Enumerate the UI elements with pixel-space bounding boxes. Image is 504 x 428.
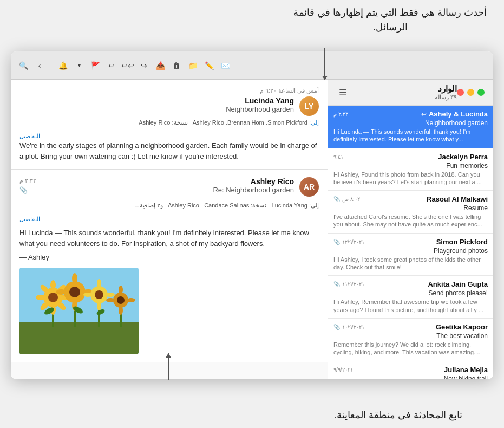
list-item[interactable]: 📎 ١١/٩/٢٠٢١ Ankita Jain Gupta Send photo… xyxy=(328,276,493,319)
dropdown-icon[interactable]: ▾ xyxy=(73,60,85,72)
li-sender: Jackelyn Perra xyxy=(438,153,488,161)
bottom-annotation-text: تابع المحادثة في منطقة المعاينة. xyxy=(334,410,462,420)
list-item[interactable]: ٩/٩/٢٠٢١ Juliana Mejia New hiking trail … xyxy=(328,361,493,379)
li-left: ٢:٣٣ م xyxy=(333,111,348,117)
content-area: أمس في الساعة ٦:٢٠ م Lucinda Yang Neighb… xyxy=(11,80,493,379)
msg1-subject: Neighborhood garden xyxy=(19,105,294,113)
msg1-sender: Lucinda Yang xyxy=(19,96,294,105)
list-item[interactable]: 📎 ١٠/٩/٢٠٢١ Geetika Kapoor The best vaca… xyxy=(328,319,493,361)
li-subject: Fun memories xyxy=(333,162,488,170)
forward-icon[interactable]: ↪ xyxy=(138,60,150,72)
toolbar: 🔍 ‹ 🔔 ▾ 🚩 ↩ ↩↩ ↪ 📥 🗑 📁 ✏️ ✉️ xyxy=(11,51,493,80)
li-right: Jackelyn Perra xyxy=(438,153,488,161)
msg1-to-label: إلى: xyxy=(309,119,319,126)
li-left: 📎 ١٠/٩/٢٠٢١ xyxy=(333,324,364,330)
toolbar-divider-1 xyxy=(51,60,51,71)
msg1-to-value: Ashley Rico .Brennan Hom .Simon Pickford xyxy=(193,119,307,126)
search-icon[interactable]: 🔍 xyxy=(17,60,29,72)
minimize-button[interactable] xyxy=(467,89,474,96)
li-preview: I've attached Carol's resume. She's the … xyxy=(333,213,488,229)
list-item[interactable]: ٩:٤١ Jackelyn Perra Fun memories Hi Ashl… xyxy=(328,148,493,191)
msg2-cc-name: Ashley Rico xyxy=(168,202,199,209)
li-right: Geetika Kapoor xyxy=(436,323,488,331)
li-preview: Hi Lucinda — This sounds wonderful, than… xyxy=(333,128,488,144)
top-annotation-text: أحدث رسالة هي فقط التي يتم إظهارها في قا… xyxy=(293,7,487,33)
li-header: ٩:٤١ Jackelyn Perra xyxy=(333,153,488,161)
trash-icon[interactable]: 🗑 xyxy=(171,60,182,72)
mail-icon[interactable]: ✉️ xyxy=(219,60,231,72)
email-thread: أمس في الساعة ٦:٢٠ م Lucinda Yang Neighb… xyxy=(11,80,328,379)
li-time: ٢:٣٣ م xyxy=(333,111,348,117)
msg1-body: We're in the early stages of planning a … xyxy=(19,140,319,161)
li-time: ٩/٩/٢٠٢١ xyxy=(333,367,353,373)
notifications-icon[interactable]: 🔔 xyxy=(57,60,69,72)
li-header: ٩/٩/٢٠٢١ Juliana Mejia xyxy=(333,366,488,374)
flower-image xyxy=(19,268,139,354)
flag-icon[interactable]: 🚩 xyxy=(89,60,101,72)
mail-window: 🔍 ‹ 🔔 ▾ 🚩 ↩ ↩↩ ↪ 📥 🗑 📁 ✏️ ✉️ أمس في السا… xyxy=(11,51,493,379)
li-time: ٨:٠٢ ص xyxy=(342,196,360,202)
msg1-header: Lucinda Yang Neighborhood garden LY xyxy=(19,96,319,116)
inbox-count: ٣٩ رسالة xyxy=(351,94,457,101)
li-preview: Hi Ashley, Found this photo from back in… xyxy=(333,171,488,186)
li-preview: Hi Ashley, Remember that awesome trip we… xyxy=(333,298,488,314)
svg-point-10 xyxy=(36,295,45,300)
filter-icon[interactable]: ☰ xyxy=(335,85,351,100)
archive-icon[interactable]: 📥 xyxy=(154,60,166,72)
msg2-attachment-icon: 📎 xyxy=(19,186,28,194)
msg2-to-label: إلى: xyxy=(307,202,319,209)
flower-svg xyxy=(19,268,139,354)
li-subject: The best vacation xyxy=(333,332,488,340)
msg2-recipients: إلى: Lucinda Yang نسخة: Ashley Rico Cand… xyxy=(19,202,319,209)
attachment-icon: 📎 xyxy=(333,281,340,287)
list-item[interactable]: 📎 ٨:٠٢ ص Rasoul Al Malkawi Resume I've a… xyxy=(328,191,493,234)
li-sender: Ankita Jain Gupta xyxy=(428,280,488,288)
list-item[interactable]: 📎 ١٢/٩/٢٠٢١ Simon Pickford Playground ph… xyxy=(328,234,493,276)
move-icon[interactable]: 📁 xyxy=(187,60,199,72)
li-sender: Juliana Mejia xyxy=(444,366,488,374)
inbox-title: الوارد xyxy=(351,84,457,94)
reply-icon[interactable]: ↩ xyxy=(106,60,117,72)
compose-icon[interactable]: ✏️ xyxy=(203,60,215,72)
msg2-details-link[interactable]: التفاصيل xyxy=(19,216,40,222)
li-sender: Geetika Kapoor xyxy=(436,323,488,331)
li-header: 📎 ٨:٠٢ ص Rasoul Al Malkawi xyxy=(333,195,488,203)
svg-point-30 xyxy=(119,286,123,294)
list-header: ☰ الوارد ٣٩ رسالة xyxy=(328,80,493,106)
svg-point-7 xyxy=(48,293,58,302)
msg1-recipients: إلى: Ashley Rico .Brennan Hom .Simon Pic… xyxy=(19,119,319,126)
li-sender: Ashely & Lucinda xyxy=(429,110,488,118)
reply-all-icon[interactable]: ↩↩ xyxy=(122,60,134,72)
msg2-avatar: AR xyxy=(299,177,319,197)
msg2-cc-extra: و٢ إضافية... xyxy=(134,202,162,209)
close-button[interactable] xyxy=(457,89,464,96)
li-right: Rasoul Al Malkawi xyxy=(427,195,488,203)
list-item[interactable]: ٢:٣٣ م ↩ Ashely & Lucinda Neighborhood g… xyxy=(328,106,493,148)
msg1-details-link[interactable]: التفاصيل xyxy=(19,133,40,139)
svg-point-25 xyxy=(97,302,101,310)
li-subject: Send photos please! xyxy=(333,289,488,297)
msg2-top: ٢:٣٣ م 📎 Ashley Rico Re: Neighborhood ga… xyxy=(19,177,319,200)
li-preview: Remember this journey? We did a lot: roc… xyxy=(333,341,488,356)
svg-point-32 xyxy=(106,298,115,302)
li-time: ١٠/٩/٢٠٢١ xyxy=(342,324,364,330)
back-icon[interactable]: ‹ xyxy=(34,60,45,72)
svg-point-24 xyxy=(97,279,101,288)
li-preview: Hi Ashley, I took some great photos of t… xyxy=(333,256,488,271)
attachment-icon: 📎 xyxy=(333,196,340,202)
svg-point-31 xyxy=(119,306,123,315)
li-subject: New hiking trail xyxy=(333,375,488,379)
li-subject: Playground photos xyxy=(333,247,488,255)
msg1-cc-label: نسخة: xyxy=(172,119,187,126)
li-time: ١١/٩/٢٠٢١ xyxy=(342,281,364,287)
msg2-signature: — Ashley xyxy=(19,253,319,261)
li-right: Ankita Jain Gupta xyxy=(428,280,488,288)
msg1-date: أمس في الساعة ٦:٢٠ م xyxy=(19,87,319,94)
li-right: Juliana Mejia xyxy=(444,366,488,374)
maximize-button[interactable] xyxy=(477,89,485,96)
top-annotation: أحدث رسالة هي فقط التي يتم إظهارها في قا… xyxy=(287,5,493,35)
li-header: 📎 ١٢/٩/٢٠٢١ Simon Pickford xyxy=(333,238,488,246)
window-controls xyxy=(457,89,485,96)
li-subject: Neighborhood garden xyxy=(333,119,488,127)
li-left: 📎 ١١/٩/٢٠٢١ xyxy=(333,281,364,287)
